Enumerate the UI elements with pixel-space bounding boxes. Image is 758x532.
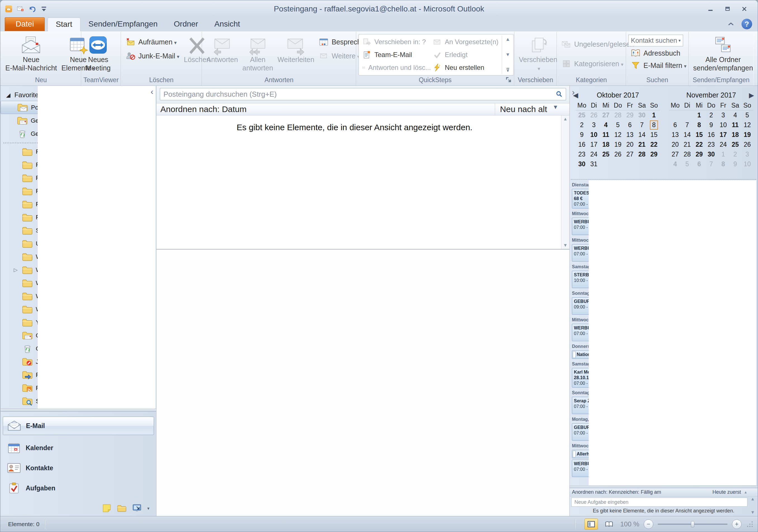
message-list-scrollbar[interactable]: ▲ ▼ <box>561 115 569 249</box>
send-receive-all-button[interactable]: Alle Ordner senden/empfangen <box>691 34 755 73</box>
reply-all-button[interactable]: Allen antworten <box>240 34 275 73</box>
calendar-day[interactable]: 9 <box>705 120 717 130</box>
calendar-day[interactable]: 22 <box>648 140 660 150</box>
calendar-day[interactable]: 5 <box>612 120 624 130</box>
calendar-day[interactable]: 23 <box>705 140 717 150</box>
calendar-day[interactable]: 17 <box>588 140 600 150</box>
nav-button-kontakte[interactable]: Kontakte <box>3 458 154 478</box>
zoom-slider-handle[interactable] <box>691 521 694 527</box>
calendar-day[interactable]: 4 <box>729 110 741 120</box>
quicksteps-up-icon[interactable]: ▲ <box>505 37 510 42</box>
calendar-day[interactable]: 27 <box>600 110 612 120</box>
help-button[interactable]: ? <box>741 19 752 29</box>
calendar-day[interactable]: 20 <box>624 140 636 150</box>
send-receive-icon[interactable] <box>17 5 24 13</box>
calendar-day[interactable]: 21 <box>636 140 648 150</box>
calendar-day[interactable]: 6 <box>669 120 681 130</box>
calendar-day[interactable]: 8 <box>648 120 660 130</box>
calendar-day[interactable]: 14 <box>681 130 693 140</box>
calendar-day[interactable]: 24 <box>588 150 600 159</box>
calendar-day[interactable]: 3 <box>717 110 729 120</box>
calendar-day[interactable]: 10 <box>717 120 729 130</box>
calendar-day[interactable]: 5 <box>741 110 753 120</box>
calendar-day[interactable]: 6 <box>693 159 705 169</box>
calendar-day[interactable]: 18 <box>600 140 612 150</box>
tab-view[interactable]: Ansicht <box>206 17 248 31</box>
calendar-day[interactable]: 13 <box>669 130 681 140</box>
quicksteps-dialog-launcher-icon[interactable] <box>504 76 512 83</box>
calendar-day[interactable]: 2 <box>705 110 717 120</box>
zoom-out-button[interactable]: − <box>644 519 653 529</box>
calendar-day[interactable]: 11 <box>729 120 741 130</box>
calendar-day[interactable]: 18 <box>729 130 741 140</box>
calendar-day[interactable]: 22 <box>693 140 705 150</box>
next-month-icon[interactable]: ▶ <box>749 91 754 99</box>
calendar-day[interactable]: 12 <box>612 130 624 140</box>
calendar-day[interactable]: 9 <box>576 130 588 140</box>
forward-button[interactable]: Weiterleiten <box>275 34 317 65</box>
task-arrange-button[interactable]: Anordnen nach: Kennzeichen: Fällig am <box>572 489 661 495</box>
calendar-day[interactable]: 10 <box>588 130 600 140</box>
configure-buttons-icon[interactable]: ▾ <box>147 506 150 511</box>
calendar-day[interactable]: 3 <box>588 120 600 130</box>
calendar-month-title[interactable]: Oktober 2017 <box>576 89 660 101</box>
new-email-button[interactable]: Neue E-Mail-Nachricht <box>3 34 59 73</box>
task-sort-icon[interactable]: ▲ <box>744 490 747 494</box>
calendar-day[interactable]: 16 <box>576 140 588 150</box>
reading-view-button[interactable] <box>603 518 616 530</box>
nav-button-email[interactable]: E-Mail <box>3 417 154 435</box>
quickstep-item[interactable]: Team-E-Mail <box>361 48 431 61</box>
calendar-day[interactable]: 25 <box>576 110 588 120</box>
minimize-ribbon-icon[interactable] <box>727 20 735 28</box>
calendar-day[interactable]: 5 <box>681 159 693 169</box>
quickstep-item[interactable]: Antworten und lösc... <box>361 61 431 74</box>
calendar-day[interactable]: 1 <box>717 150 729 159</box>
nav-button-aufgaben[interactable]: Aufgaben <box>3 478 154 498</box>
calendar-day[interactable]: 25 <box>600 150 612 159</box>
junk-button[interactable]: Junk-E-Mail <box>123 50 182 62</box>
unread-read-button[interactable]: Ungelesen/gelesen <box>559 38 636 50</box>
calendar-day[interactable]: 30 <box>636 110 648 120</box>
customize-qat-icon[interactable] <box>40 5 48 13</box>
calendar-month-title[interactable]: November 2017 <box>669 89 753 101</box>
tab-folder[interactable]: Ordner <box>166 17 206 31</box>
search-input[interactable] <box>163 90 555 99</box>
nav-button-kalender[interactable]: Kalender <box>3 438 154 458</box>
shortcuts-icon[interactable] <box>132 504 142 513</box>
calendar-day[interactable]: 6 <box>624 120 636 130</box>
folder-list-icon[interactable] <box>117 504 126 513</box>
calendar-day[interactable]: 15 <box>693 130 705 140</box>
new-task-input[interactable] <box>574 499 745 506</box>
calendar-day[interactable]: 28 <box>612 110 624 120</box>
search-box[interactable] <box>160 88 566 100</box>
calendar-day[interactable]: 28 <box>681 150 693 159</box>
calendar-day[interactable]: 16 <box>705 130 717 140</box>
address-book-button[interactable]: Adressbuch <box>628 48 689 59</box>
move-button[interactable]: Verschieben <box>517 34 560 74</box>
quicksteps-down-icon[interactable]: ▼ <box>505 52 510 57</box>
calendar-day[interactable]: 8 <box>693 120 705 130</box>
minimize-button[interactable] <box>704 4 718 14</box>
calendar-day[interactable]: 4 <box>669 159 681 169</box>
sort-direction-icon[interactable]: ▼ <box>553 104 558 110</box>
calendar-day[interactable]: 24 <box>717 140 729 150</box>
calendar-day[interactable]: 2 <box>576 120 588 130</box>
calendar-day[interactable]: 26 <box>612 150 624 159</box>
calendar-day[interactable]: 14 <box>636 130 648 140</box>
calendar-day[interactable]: 30 <box>576 159 588 169</box>
filter-email-button[interactable]: E-Mail filtern <box>628 60 689 71</box>
calendar-day[interactable]: 27 <box>669 150 681 159</box>
calendar-day[interactable]: 1 <box>693 110 705 120</box>
sort-order-button[interactable]: Neu nach alt <box>495 103 547 115</box>
calendar-day[interactable]: 19 <box>612 140 624 150</box>
calendar-day[interactable]: 23 <box>576 150 588 159</box>
zoom-slider[interactable] <box>658 524 728 525</box>
calendar-day[interactable]: 7 <box>681 120 693 130</box>
calendar-day[interactable]: 26 <box>588 110 600 120</box>
calendar-day[interactable]: 21 <box>681 140 693 150</box>
task-scroll-down-icon[interactable]: ▼ <box>750 510 755 515</box>
calendar-day[interactable]: 29 <box>648 150 660 159</box>
restore-button[interactable] <box>720 4 735 14</box>
calendar-day[interactable]: 15 <box>648 130 660 140</box>
calendar-day[interactable]: 27 <box>624 150 636 159</box>
